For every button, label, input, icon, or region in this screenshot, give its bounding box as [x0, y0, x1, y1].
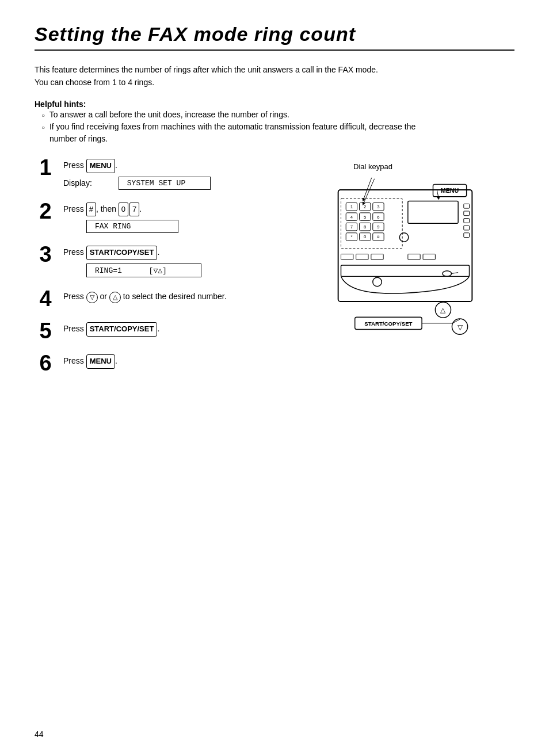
svg-rect-40 — [423, 254, 435, 259]
svg-text:2: 2 — [364, 204, 366, 209]
svg-line-3 — [363, 178, 374, 204]
svg-rect-35 — [464, 233, 470, 238]
menu-key-1: MENU — [86, 159, 115, 173]
svg-text:6: 6 — [377, 214, 379, 219]
step-3-text: Press START/COPY/SET. — [63, 246, 302, 260]
svg-point-30 — [399, 233, 409, 242]
svg-line-43 — [451, 272, 458, 273]
step-3-number: 3 — [35, 243, 56, 265]
up-arrow-key: △ — [109, 292, 121, 303]
step-1-content: Press MENU. Display: SYSTEM SET UP — [63, 156, 302, 190]
svg-rect-31 — [464, 204, 470, 208]
svg-text:START/COPY/SET: START/COPY/SET — [364, 320, 412, 327]
step-2-text: Press #, then 07. — [63, 203, 302, 217]
step-5-text: Press START/COPY/SET. — [63, 322, 302, 337]
svg-rect-33 — [464, 218, 470, 223]
intro-text: This feature determines the number of ri… — [35, 63, 514, 89]
step-2: 2 Press #, then 07. FAX RING — [35, 200, 302, 234]
step-6-number: 6 — [35, 352, 56, 374]
key-0: 0 — [119, 203, 128, 217]
svg-rect-37 — [356, 254, 368, 259]
display-box-3: RING=1 [▽△] — [86, 264, 201, 277]
svg-rect-34 — [464, 226, 470, 230]
steps-column: 1 Press MENU. Display: SYSTEM SET UP 2 P… — [35, 156, 302, 384]
step-6: 6 Press MENU. — [35, 352, 302, 374]
svg-text:8: 8 — [364, 224, 366, 230]
step-4-number: 4 — [35, 288, 56, 310]
page-title: Setting the FAX mode ring count — [35, 23, 514, 51]
step-2-display-row: FAX RING — [63, 220, 302, 233]
step-2-content: Press #, then 07. FAX RING — [63, 200, 302, 234]
svg-text:3: 3 — [377, 204, 379, 209]
step-5: 5 Press START/COPY/SET. — [35, 320, 302, 342]
hint-item-1: To answer a call before the unit does, i… — [35, 109, 514, 121]
svg-rect-32 — [464, 211, 470, 216]
display-box-2: FAX RING — [86, 220, 178, 233]
svg-rect-39 — [408, 254, 420, 259]
display-box-1: SYSTEM SET UP — [119, 177, 211, 190]
step-4-text: Press ▽ or △ to select the desired numbe… — [63, 290, 302, 303]
svg-text:7: 7 — [350, 224, 353, 230]
svg-text:5: 5 — [364, 214, 366, 219]
svg-rect-36 — [341, 254, 353, 259]
content-area: 1 Press MENU. Display: SYSTEM SET UP 2 P… — [35, 156, 514, 384]
fax-machine-diagram: MENU 1 2 3 4 5 6 — [319, 173, 491, 357]
svg-rect-41 — [341, 265, 469, 276]
step-1-display-row: Display: SYSTEM SET UP — [63, 177, 302, 190]
start-copy-set-key-5: START/COPY/SET — [86, 322, 158, 337]
svg-text:9: 9 — [377, 224, 379, 230]
helpful-hints: Helpful hints: To answer a call before t… — [35, 100, 514, 145]
svg-text:*: * — [350, 234, 352, 239]
step-1: 1 Press MENU. Display: SYSTEM SET UP — [35, 156, 302, 190]
step-5-number: 5 — [35, 320, 56, 342]
title-text: Setting the FAX mode ring count — [35, 23, 356, 45]
svg-rect-29 — [408, 201, 458, 223]
svg-text:4: 4 — [350, 214, 353, 219]
key-7: 7 — [129, 203, 139, 217]
svg-text:#: # — [377, 234, 380, 239]
svg-rect-0 — [338, 190, 472, 301]
step-4-content: Press ▽ or △ to select the desired numbe… — [63, 288, 302, 307]
svg-text:MENU: MENU — [441, 187, 459, 194]
page-number: 44 — [35, 730, 44, 739]
hint-item-2: If you find receiving faxes from machine… — [35, 121, 514, 145]
hints-label: Helpful hints: — [35, 100, 86, 109]
step-4: 4 Press ▽ or △ to select the desired num… — [35, 288, 302, 310]
svg-rect-38 — [371, 254, 383, 259]
start-copy-set-key-3: START/COPY/SET — [86, 246, 158, 260]
menu-key-6: MENU — [86, 354, 115, 369]
fax-diagram-container: Dial keypad MENU 1 2 — [319, 162, 514, 360]
step-3: 3 Press START/COPY/SET. RING=1 [▽△] — [35, 243, 302, 277]
svg-line-53 — [363, 178, 372, 200]
hash-key: # — [86, 203, 96, 217]
svg-text:1: 1 — [350, 204, 353, 209]
svg-text:▽: ▽ — [458, 323, 463, 330]
svg-point-42 — [443, 270, 452, 276]
dial-keypad-label: Dial keypad — [319, 162, 514, 171]
step-5-content: Press START/COPY/SET. — [63, 320, 302, 340]
step-6-text: Press MENU. — [63, 354, 302, 369]
step-6-content: Press MENU. — [63, 352, 302, 372]
svg-text:△: △ — [440, 306, 446, 314]
step-3-display-row: RING=1 [▽△] — [63, 264, 302, 277]
svg-point-44 — [373, 277, 382, 287]
step-2-number: 2 — [35, 200, 56, 222]
step-1-number: 1 — [35, 156, 56, 178]
down-arrow-key: ▽ — [86, 292, 98, 303]
step-1-text: Press MENU. — [63, 159, 302, 173]
step-3-content: Press START/COPY/SET. RING=1 [▽△] — [63, 243, 302, 277]
svg-text:0: 0 — [364, 234, 366, 239]
diagram-column: Dial keypad MENU 1 2 — [319, 156, 514, 384]
display-label-1: Display: — [63, 178, 92, 188]
